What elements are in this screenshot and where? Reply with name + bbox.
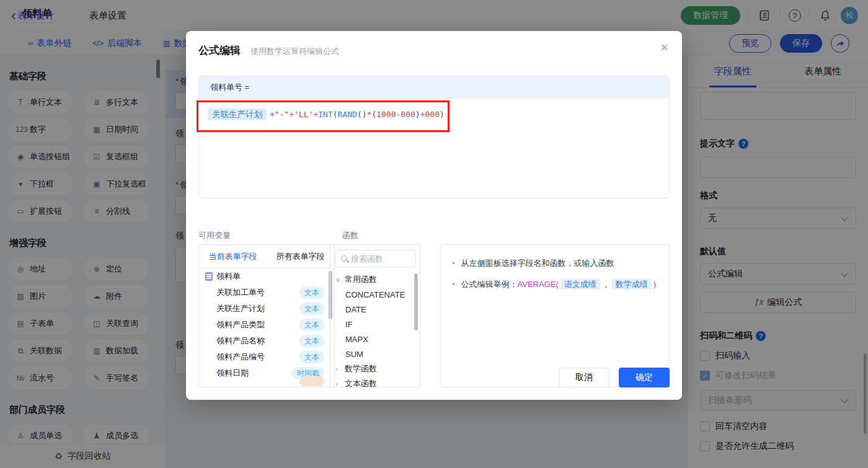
example-text: ， bbox=[602, 280, 610, 289]
function-search-input[interactable] bbox=[351, 254, 403, 263]
variables-rows: 关联加工单号文本关联生产计划文本领料产品类型文本领料产品名称文本领料产品编号文本… bbox=[199, 285, 334, 381]
variable-row[interactable]: 领料产品类型文本 bbox=[199, 317, 334, 333]
variables-tabs: 当前表单字段 所有表单字段 bbox=[199, 245, 334, 268]
formula-token: () bbox=[357, 110, 367, 119]
functions-panel: ∨常用函数CONCATENATEDATEIFMAPXSUM›数学函数›文本函数 bbox=[330, 244, 420, 387]
variable-row[interactable]: 领料产品编号文本 bbox=[199, 349, 334, 365]
bullet: • bbox=[452, 257, 455, 270]
function-group[interactable]: ›文本函数 bbox=[330, 376, 420, 387]
variables-label: 可用变量 bbox=[198, 230, 231, 241]
formula-help-panel: • 从左侧面板选择字段名和函数，或输入函数 • 公式编辑举例：AVERAGE(语… bbox=[440, 244, 670, 387]
functions-label: 函数 bbox=[342, 230, 358, 241]
formula-token: 000 bbox=[425, 110, 440, 119]
variable-type-badge: 文本 bbox=[299, 286, 324, 299]
function-label: 常用函数 bbox=[345, 274, 377, 285]
variable-name: 领料日期 bbox=[216, 368, 249, 379]
modal-subtitle: 使用数学运算符编辑公式 bbox=[250, 46, 339, 57]
formula-token: ) bbox=[415, 110, 420, 119]
formula-token: "-" bbox=[275, 110, 289, 119]
variable-type-badge: 文本 bbox=[299, 351, 324, 363]
modal-footer: 取消 确定 bbox=[559, 368, 670, 387]
variable-name: 领料产品名称 bbox=[216, 335, 265, 347]
functions-rows: ∨常用函数CONCATENATEDATEIFMAPXSUM›数学函数›文本函数 bbox=[330, 272, 420, 387]
variable-type-badge: 文本 bbox=[299, 302, 324, 315]
example-field-chip: 语文成绩 bbox=[560, 279, 600, 289]
field-chip[interactable]: 关联生产计划 bbox=[208, 108, 267, 120]
tab-current-form-fields[interactable]: 当前表单字段 bbox=[209, 251, 257, 262]
formula-token: 000 bbox=[401, 110, 415, 119]
form-designer-app: ‹ 领料单 表单设计 表单设置 数据管理 ? 检 ∞表单外链</>后端脚本▥数据… bbox=[0, 0, 868, 468]
cancel-button[interactable]: 取消 bbox=[559, 368, 609, 387]
formula-target: 领料单号 = bbox=[199, 76, 669, 99]
modal-title: 公式编辑 bbox=[198, 43, 241, 58]
function-item[interactable]: IF bbox=[330, 317, 420, 332]
variable-type-badge: 文本 bbox=[299, 335, 324, 347]
formula-tokens: +"-"+'LL'+INT(RAND()*(1000-000)+000) bbox=[270, 110, 445, 119]
close-icon[interactable]: × bbox=[660, 40, 668, 56]
example-text: AVERAGE( bbox=[518, 280, 559, 289]
function-group[interactable]: ∨常用函数 bbox=[330, 272, 420, 287]
formula-token: ( bbox=[333, 110, 338, 119]
confirm-button[interactable]: 确定 bbox=[619, 368, 670, 387]
formula-token: + bbox=[289, 110, 294, 119]
help-tip: • 从左侧面板选择字段名和函数，或输入函数 bbox=[452, 257, 658, 270]
function-item[interactable]: MAPX bbox=[330, 332, 420, 347]
function-item[interactable]: DATE bbox=[330, 302, 420, 317]
chevron-right-icon: › bbox=[335, 380, 342, 387]
function-label: 数学函数 bbox=[345, 363, 377, 374]
example-field-chip: 数学成绩 bbox=[612, 279, 652, 289]
form-doc-icon bbox=[205, 272, 213, 281]
variable-row[interactable]: 领料产品名称文本 bbox=[199, 333, 334, 349]
function-item[interactable]: CONCATENATE bbox=[330, 287, 420, 302]
chevron-right-icon: › bbox=[335, 365, 342, 373]
formula-input-area[interactable]: 关联生产计划+"-"+'LL'+INT(RAND()*(1000-000)+00… bbox=[199, 99, 669, 120]
function-label: CONCATENATE bbox=[345, 290, 405, 299]
variable-name: 关联加工单号 bbox=[216, 287, 265, 298]
formula-token: RAND bbox=[338, 110, 357, 119]
formula-token: INT bbox=[318, 110, 332, 119]
variables-panel: 当前表单字段 所有表单字段 领料单 关联加工单号文本关联生产计划文本领料产品类型… bbox=[198, 244, 335, 387]
formula-token: 1000 bbox=[376, 110, 396, 119]
variable-type-badge: 文本 bbox=[299, 319, 324, 331]
help-example-parts: AVERAGE(语文成绩，数学成绩) bbox=[518, 280, 657, 289]
variable-name: 领料产品类型 bbox=[216, 319, 265, 330]
function-label: MAPX bbox=[345, 335, 368, 344]
function-label: SUM bbox=[345, 350, 363, 359]
variables-root-row[interactable]: 领料单 bbox=[199, 268, 334, 285]
function-item[interactable]: SUM bbox=[330, 347, 420, 361]
variable-row[interactable]: 关联生产计划文本 bbox=[199, 301, 334, 317]
formula-token: ) bbox=[440, 110, 445, 119]
formula-token: + bbox=[420, 110, 425, 119]
chevron-down-icon: ∨ bbox=[335, 276, 342, 284]
help-example: • 公式编辑举例：AVERAGE(语文成绩，数学成绩) bbox=[452, 278, 658, 291]
variable-row[interactable]: 关联加工单号文本 bbox=[199, 285, 334, 301]
example-text: ) bbox=[653, 280, 656, 289]
variable-name: 领料产品编号 bbox=[216, 351, 265, 363]
search-icon bbox=[341, 255, 347, 262]
functions-scrollbar[interactable] bbox=[414, 273, 418, 330]
function-label: IF bbox=[345, 320, 353, 329]
formula-token: 'LL' bbox=[294, 110, 313, 119]
function-search[interactable] bbox=[335, 250, 416, 267]
variable-type-badge-partial bbox=[299, 376, 324, 386]
function-label: DATE bbox=[345, 305, 366, 314]
modal-header: 公式编辑 使用数学运算符编辑公式 bbox=[186, 31, 682, 58]
formula-token: + bbox=[270, 110, 275, 119]
function-label: 文本函数 bbox=[345, 378, 377, 387]
variable-name: 关联生产计划 bbox=[216, 303, 265, 314]
tab-all-form-fields[interactable]: 所有表单字段 bbox=[277, 251, 325, 262]
function-group[interactable]: ›数学函数 bbox=[330, 361, 420, 376]
formula-editor: 领料单号 = 关联生产计划+"-"+'LL'+INT(RAND()*(1000-… bbox=[198, 76, 670, 198]
bullet: • bbox=[452, 278, 455, 291]
formula-edit-modal: 公式编辑 使用数学运算符编辑公式 × 领料单号 = 关联生产计划+"-"+'LL… bbox=[186, 31, 682, 400]
